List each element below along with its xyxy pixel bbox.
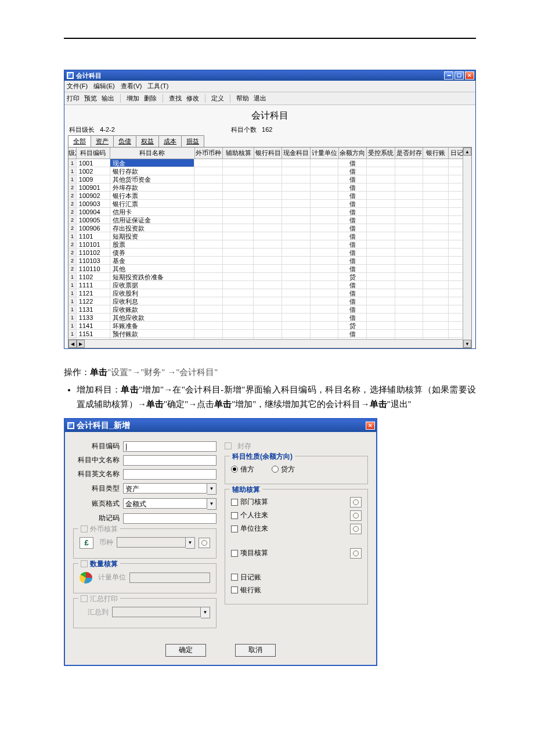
toolbar-帮助[interactable]: 帮助 xyxy=(236,94,249,103)
dialog-title: 会计科目_新增 xyxy=(77,420,130,430)
window-titlebar[interactable]: 会计科目 ━ ☐ ✕ xyxy=(64,70,475,81)
menu-view[interactable]: 查看(V) xyxy=(121,82,142,91)
table-row[interactable]: 11002银行存款借 xyxy=(68,167,471,175)
dialog-close-button[interactable]: ✕ xyxy=(366,422,375,430)
col-system[interactable]: 受控系统 xyxy=(367,147,395,159)
table-row[interactable]: 2100902银行本票借 xyxy=(68,192,471,200)
table-row[interactable]: 2100901外埠存款借 xyxy=(68,183,471,192)
radio-debit[interactable] xyxy=(231,466,238,473)
label-type: 科目类型 xyxy=(73,484,120,494)
combo-type[interactable]: 资产 ▼ xyxy=(123,483,217,495)
chevron-down-icon[interactable]: ▼ xyxy=(207,498,217,510)
toolbar-修改[interactable]: 修改 xyxy=(186,94,199,103)
menu-file[interactable]: 文件(F) xyxy=(67,82,88,91)
menu-tools[interactable]: 工具(T) xyxy=(147,82,168,91)
toolbar-打印[interactable]: 打印 xyxy=(67,94,80,103)
checkbox-aux-dept[interactable] xyxy=(231,499,238,506)
col-unit[interactable]: 计量单位 xyxy=(311,147,339,159)
checkbox-aux-proj[interactable] xyxy=(231,550,238,557)
count-value: 162 xyxy=(262,126,272,133)
search-icon[interactable] xyxy=(350,497,362,507)
input-cname[interactable] xyxy=(123,455,217,466)
table-row[interactable]: 11151预付账款借 xyxy=(68,330,471,338)
label-code: 科目编码 xyxy=(73,441,120,451)
col-name[interactable]: 科目名称 xyxy=(110,147,195,159)
count-label: 科目个数 xyxy=(231,126,257,133)
ok-button[interactable]: 确定 xyxy=(165,644,206,657)
toolbar-增加[interactable]: 增加 xyxy=(127,94,139,103)
scroll-left-icon[interactable]: ◀ xyxy=(68,340,77,348)
search-icon[interactable] xyxy=(350,548,362,559)
table-row[interactable]: 11131应收账款借 xyxy=(68,305,471,314)
input-ename[interactable] xyxy=(123,469,217,480)
table-row[interactable]: 11001现金借 xyxy=(68,159,471,167)
scroll-right-icon[interactable]: ▶ xyxy=(77,340,85,348)
close-button[interactable]: ✕ xyxy=(465,71,474,80)
table-row[interactable]: 2100905信用证保证金借 xyxy=(68,216,471,224)
col-direction[interactable]: 余额方向 xyxy=(339,147,367,159)
checkbox-bank[interactable] xyxy=(231,586,238,593)
table-row[interactable]: 2110103基金借 xyxy=(68,257,471,265)
checkbox-sum[interactable] xyxy=(81,595,88,602)
input-mnemonic[interactable] xyxy=(123,513,217,524)
cancel-button[interactable]: 取消 xyxy=(235,644,276,657)
tab-权益[interactable]: 权益 xyxy=(136,135,159,147)
checkbox-fx[interactable] xyxy=(81,525,88,532)
toolbar-查找[interactable]: 查找 xyxy=(169,94,182,103)
table-row[interactable]: 11009其他货币资金借 xyxy=(68,175,471,183)
table-row[interactable]: 11111应收票据借 xyxy=(68,281,471,289)
checkbox-aux-person[interactable] xyxy=(231,512,238,519)
table-row[interactable]: 2110102债券借 xyxy=(68,249,471,257)
table-row[interactable]: 2110110其他借 xyxy=(68,265,471,273)
col-bankacct[interactable]: 银行账 xyxy=(423,147,449,159)
col-aux[interactable]: 辅助核算 xyxy=(223,147,254,159)
toolbar-预览[interactable]: 预览 xyxy=(84,94,97,103)
table-row[interactable]: 2100903银行汇票借 xyxy=(68,200,471,208)
col-sealed[interactable]: 是否封存 xyxy=(395,147,424,159)
menu-edit[interactable]: 编辑(E) xyxy=(93,82,115,91)
col-currency[interactable]: 外币币种 xyxy=(195,147,223,159)
tab-损益[interactable]: 损益 xyxy=(181,135,204,147)
table-row[interactable]: 2100904信用卡借 xyxy=(68,208,471,216)
search-icon[interactable] xyxy=(199,538,210,548)
minimize-button[interactable]: ━ xyxy=(444,71,453,80)
table-row[interactable]: 11121应收股利借 xyxy=(68,289,471,297)
table-row[interactable]: 11133其他应收款借 xyxy=(68,314,471,322)
table-row[interactable]: 11122应收利息借 xyxy=(68,297,471,305)
toolbar-删除[interactable]: 删除 xyxy=(144,94,157,103)
tab-负债[interactable]: 负债 xyxy=(113,135,136,147)
tab-资产[interactable]: 资产 xyxy=(91,135,114,147)
checkbox-aux-unit[interactable] xyxy=(231,525,238,532)
horizontal-scrollbar[interactable]: ◀ ▶ xyxy=(68,339,471,348)
vertical-scrollbar[interactable]: ▲ ▼ xyxy=(463,147,471,348)
dialog-titlebar[interactable]: 会计科目_新增 ✕ xyxy=(65,419,376,432)
maximize-button[interactable]: ☐ xyxy=(454,71,464,80)
table-row[interactable]: 2110101股票借 xyxy=(68,240,471,249)
toolbar-定义[interactable]: 定义 xyxy=(211,94,224,103)
table-row[interactable]: 11101短期投资借 xyxy=(68,232,471,240)
col-code[interactable]: 科目编码 xyxy=(77,147,110,159)
table-row[interactable]: 应收补贴款… xyxy=(68,338,471,339)
checkbox-seal[interactable] xyxy=(225,442,232,449)
col-level[interactable]: 级次 xyxy=(68,147,77,159)
search-icon[interactable] xyxy=(350,510,362,521)
radio-credit[interactable] xyxy=(272,466,279,473)
checkbox-qty[interactable] xyxy=(81,560,88,567)
chevron-down-icon[interactable]: ▼ xyxy=(207,483,217,495)
toolbar-退出[interactable]: 退出 xyxy=(254,94,266,103)
scroll-up-icon[interactable]: ▲ xyxy=(463,147,471,156)
table-row[interactable]: 2100906存出投资款借 xyxy=(68,224,471,232)
tab-成本[interactable]: 成本 xyxy=(158,135,182,147)
combo-page[interactable]: 金额式 ▼ xyxy=(123,498,217,510)
input-code[interactable]: | xyxy=(123,441,217,452)
toolbar-输出[interactable]: 输出 xyxy=(102,94,114,103)
grid-body[interactable]: 11001现金借11002银行存款借11009其他货币资金借2100901外埠存… xyxy=(68,159,471,339)
search-icon[interactable] xyxy=(350,524,362,534)
checkbox-diary[interactable] xyxy=(231,574,238,581)
table-row[interactable]: 11102短期投资跌价准备贷 xyxy=(68,273,471,281)
col-cash[interactable]: 现金科目 xyxy=(282,147,311,159)
tab-全部[interactable]: 全部 xyxy=(68,135,91,147)
table-row[interactable]: 11141坏账准备贷 xyxy=(68,322,471,330)
scroll-down-icon[interactable]: ▼ xyxy=(463,340,471,348)
col-bank[interactable]: 银行科目 xyxy=(254,147,283,159)
